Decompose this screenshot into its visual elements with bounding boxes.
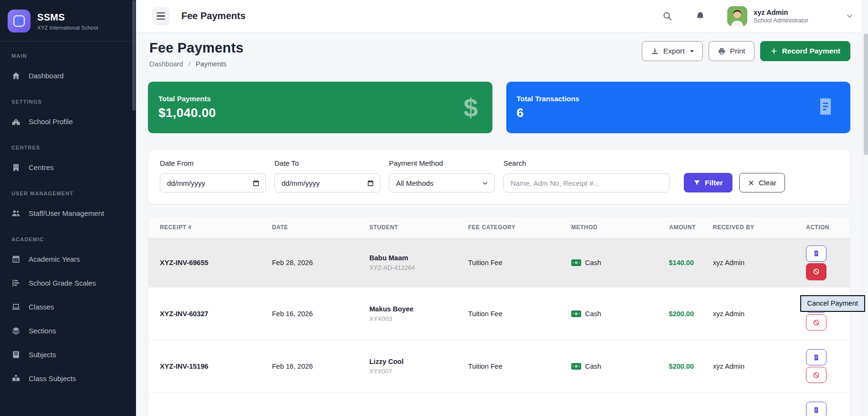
filter-panel: Date From dd/mm/yyyy Date To dd/mm/yyyy …	[148, 149, 850, 204]
receipt-icon	[813, 354, 820, 361]
sidebar-item-academic-years[interactable]: Academic Years	[0, 247, 136, 271]
page-actions: Export Print Record Payment	[642, 41, 850, 61]
cancel-payment-button[interactable]	[806, 367, 826, 383]
user-menu[interactable]: xyz Admin School Administrator	[753, 9, 808, 24]
page-scrollbar[interactable]	[862, 0, 868, 416]
view-receipt-button[interactable]	[806, 245, 826, 262]
table-header-row: RECEIPT # DATE STUDENT FEE CATEGORY METH…	[148, 216, 850, 238]
money-bill-icon	[571, 259, 581, 266]
nav-heading-user-management: USER MANAGEMENT	[11, 191, 125, 196]
user-role: School Administrator	[753, 17, 808, 24]
cancel-payment-button[interactable]	[806, 314, 826, 331]
breadcrumb-dashboard-link[interactable]: Dashboard	[149, 60, 183, 68]
sidebar-item-classes[interactable]: Classes	[0, 295, 136, 319]
col-receipt: RECEIPT #	[160, 224, 272, 231]
page-header: Fee Payments Dashboard / Payments Export	[149, 40, 850, 68]
calendar-picker-icon[interactable]	[252, 180, 260, 187]
summary-cards: Total Payments $1,040.00 $ Total Transac…	[148, 82, 850, 133]
col-action: ACTION	[806, 224, 838, 231]
print-button[interactable]: Print	[709, 41, 754, 61]
users-gear-icon	[11, 209, 21, 218]
col-date: DATE	[272, 224, 369, 231]
date-from-input[interactable]: dd/mm/yyyy	[160, 173, 266, 192]
table-row[interactable]	[148, 393, 850, 416]
clear-button[interactable]: Clear	[739, 173, 785, 192]
plus-icon	[770, 47, 778, 55]
sidebar-item-class-subjects[interactable]: Class Subjects	[0, 366, 136, 390]
total-transactions-label: Total Transactions	[517, 95, 579, 103]
search-input[interactable]: Name, Adm No, Receipt #...	[503, 173, 669, 192]
calendar-icon	[11, 255, 21, 264]
book-icon	[11, 350, 21, 359]
topbar-title: Fee Payments	[181, 11, 246, 21]
student-name: Makus Boyee	[369, 305, 468, 313]
nav-heading-settings: SETTINGS	[11, 99, 125, 105]
breadcrumb-separator: /	[188, 60, 190, 68]
col-method: METHOD	[571, 224, 648, 231]
app-logo-icon	[8, 10, 31, 32]
building-icon	[11, 163, 21, 172]
nav-heading-centres: CENTRES	[11, 145, 125, 150]
sidebar-item-school-grade-scales[interactable]: School Grade Scales	[0, 271, 136, 295]
col-amount: AMOUNT	[648, 224, 696, 231]
view-receipt-button[interactable]	[806, 402, 826, 416]
record-payment-button[interactable]: Record Payment	[760, 41, 850, 61]
table-row[interactable]: XYZ-INV-15196 Feb 16, 2026 Lizzy Cool XY…	[148, 340, 850, 393]
view-receipt-button[interactable]	[806, 349, 826, 365]
cancel-payment-tooltip: Cancel Payment	[800, 295, 865, 312]
ban-icon	[813, 268, 820, 275]
payments-table: RECEIPT # DATE STUDENT FEE CATEGORY METH…	[148, 216, 850, 416]
payment-method-label: Payment Method	[389, 159, 495, 167]
sidebar-item-centres[interactable]: Centres	[0, 155, 136, 179]
total-payments-label: Total Payments	[158, 95, 216, 103]
receipt-icon	[815, 96, 836, 119]
sidebar: SSMS XYZ International School MAIN Dashb…	[0, 0, 136, 416]
payment-method-select[interactable]: All Methods	[389, 173, 495, 192]
export-button[interactable]: Export	[642, 41, 703, 61]
sidebar-item-staff-user-management[interactable]: Staff/User Management	[0, 201, 136, 225]
caret-down-icon	[690, 50, 694, 53]
col-fee-category: FEE CATEGORY	[468, 224, 571, 231]
table-row[interactable]: XYZ-INV-69655 Feb 28, 2026 Babu Maam XYZ…	[148, 238, 850, 288]
money-bill-icon	[571, 363, 581, 370]
notifications-bell-icon[interactable]	[695, 11, 705, 21]
download-icon	[651, 47, 659, 55]
brand-subtitle: XYZ International School	[37, 25, 98, 31]
home-icon	[11, 71, 21, 80]
date-from-label: Date From	[160, 159, 266, 167]
sidebar-item-sections[interactable]: Sections	[0, 319, 136, 342]
sidebar-scrollbar[interactable]	[132, 0, 136, 111]
total-transactions-value: 6	[517, 106, 579, 120]
layers-icon	[11, 326, 21, 335]
sidebar-item-dashboard[interactable]: Dashboard	[0, 64, 136, 87]
chevron-down-icon[interactable]	[846, 12, 854, 20]
cancel-payment-button[interactable]	[806, 263, 826, 280]
student-name: Lizzy Cool	[369, 358, 468, 365]
dollar-icon: $	[463, 93, 478, 122]
sidebar-toggle-button[interactable]	[152, 7, 170, 25]
school-icon	[11, 117, 21, 126]
sidebar-item-subjects[interactable]: Subjects	[0, 342, 136, 366]
total-payments-card: Total Payments $1,040.00 $	[148, 82, 492, 133]
sidebar-nav: MAIN Dashboard SETTINGS School Profile C…	[0, 53, 136, 406]
laptop-icon	[11, 302, 21, 311]
total-payments-value: $1,040.00	[158, 106, 216, 120]
ban-icon	[813, 319, 820, 326]
col-student: STUDENT	[369, 224, 468, 231]
avatar[interactable]	[727, 6, 747, 26]
book-reader-icon	[11, 374, 21, 383]
ban-icon	[813, 372, 820, 379]
table-row[interactable]: XYZ-INV-60327 Feb 16, 2026 Makus Boyee X…	[148, 288, 850, 340]
sidebar-divider	[0, 41, 136, 42]
search-icon[interactable]	[662, 11, 672, 21]
user-name: xyz Admin	[753, 9, 808, 16]
filter-button[interactable]: Filter	[684, 173, 732, 192]
calendar-picker-icon[interactable]	[367, 180, 374, 187]
sidebar-item-school-profile[interactable]: School Profile	[0, 109, 136, 133]
brand-name: SSMS	[37, 12, 98, 23]
search-label: Search	[503, 159, 669, 167]
breadcrumb: Dashboard / Payments	[149, 60, 243, 68]
date-to-input[interactable]: dd/mm/yyyy	[274, 173, 380, 192]
scrollbar-thumb[interactable]	[864, 33, 868, 155]
admission-number: XYZ-AD-412264	[369, 264, 468, 271]
